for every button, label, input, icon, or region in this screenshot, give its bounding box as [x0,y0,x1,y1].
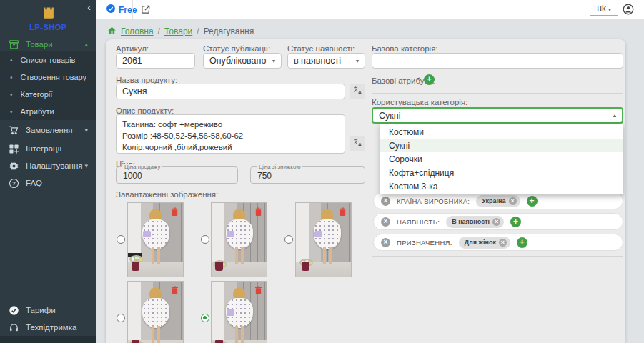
description-textarea[interactable]: Тканина: софт +мереживо Розмір :48-50,52… [116,114,345,154]
publication-status-label: Статус публікації: [203,44,270,53]
image-radio-3[interactable] [284,235,293,244]
base-category-label: Базова категорія: [372,44,438,53]
products-submenu: •Список товарів •Створення товару •Катег… [0,51,96,120]
availability-status-select[interactable]: в наявності ▾ [287,53,365,69]
chip-remove-icon[interactable] [499,239,507,247]
sku-label: Артикул: [116,44,149,53]
attribute-label: НАЯВНІСТЬ: [397,218,440,226]
category-option-sorochky[interactable]: Сорочки [380,152,623,166]
chevron-down-icon: ▾ [356,58,359,64]
sidebar-item-tariffs[interactable]: Тарифи [0,302,96,319]
category-option-sukni-selected[interactable]: Сукні [380,139,623,152]
sidebar-item-settings[interactable]: Налаштування ▾ [0,157,96,174]
chevron-down-icon: ▾ [84,162,88,169]
logo[interactable]: LP-SHOP [0,4,96,31]
sidebar: ‹ LP-SHOP Товари ▴ •Список товарів •Ство… [0,0,96,343]
sidebar-subitem-product-list[interactable]: •Список товарів [0,51,96,69]
plan-badge-label: Free [119,5,137,15]
account-icon[interactable] [623,4,634,15]
delete-image-icon[interactable] [254,207,262,216]
language-value: uk [597,4,606,14]
delete-image-icon[interactable] [171,207,179,216]
divider [372,256,623,257]
chip-label: В наявності [452,218,490,225]
image-radio-2[interactable] [201,235,209,244]
translate-icon: A [353,85,362,98]
attribute-label: КРАЇНА ВИРОБНИКА: [397,197,470,205]
cart-icon [9,125,19,136]
publication-status-value: Опубліковано [209,56,266,66]
remove-attribute-icon[interactable] [381,238,390,247]
photo-model-legs [152,326,160,343]
attribute-chip: В наявності [446,216,504,228]
publication-status-select[interactable]: Опубліковано ▾ [203,53,282,69]
sidebar-item-label: Техпідтримка [26,323,96,332]
subitem-label: Список товарів [21,56,76,64]
photo-handbag [143,231,151,237]
sidebar-item-label: Інтеграції [26,144,96,153]
chip-remove-icon[interactable] [492,218,500,226]
sidebar-item-orders[interactable]: Замовлення ▾ [0,121,96,139]
delete-image-icon[interactable] [254,285,262,294]
discount-price-field[interactable]: Ціна зі знижкою 750 [250,166,365,184]
sale-price-field[interactable]: Ціна продажу 1000 [116,166,238,184]
breadcrumb: Головна / Товари / Редагування [107,26,254,37]
base-category-input[interactable] [372,53,623,69]
attribute-chip: Україна [476,195,520,207]
breadcrumb-separator: / [197,26,199,36]
remove-attribute-icon[interactable] [381,217,390,227]
add-attribute-value-button[interactable] [527,196,538,207]
breadcrumb-home[interactable]: Головна [121,26,154,36]
remove-attribute-icon[interactable] [381,197,390,206]
photo-handbag [314,231,322,237]
sidebar-item-support[interactable]: Техпідтримка [0,319,96,336]
photo-handbag [227,309,234,316]
product-image-2 [211,202,267,277]
breadcrumb-products[interactable]: Товари [164,26,192,36]
chevron-down-icon: ▾ [84,126,88,134]
availability-status-label: Статус наявності: [287,44,355,53]
sku-input[interactable] [116,53,195,69]
category-option-kostyumy[interactable]: Костюми [380,125,623,139]
image-radio-4[interactable] [117,314,125,322]
sidebar-item-faq[interactable]: ? FAQ [0,174,96,192]
home-icon [107,26,117,37]
product-image-5 [211,281,267,343]
availability-status-value: в наявності [294,56,341,66]
chip-remove-icon[interactable] [509,197,517,205]
translate-description-button[interactable]: A [350,136,365,151]
attribute-chip: Для жінок [459,237,510,249]
open-external-icon[interactable] [140,4,151,15]
custom-category-select[interactable]: Сукні ▴ [372,107,623,124]
chevron-up-icon: ▴ [84,41,88,48]
custom-category-label: Користувацька категорія: [372,98,467,106]
photo-model-dress [142,298,169,328]
sidebar-subitem-categories[interactable]: •Категорії [0,86,96,103]
sidebar-item-products[interactable]: Товари ▴ [0,36,96,53]
gear-icon [9,161,19,172]
breadcrumb-separator: / [158,26,160,36]
translate-icon: A [353,137,362,150]
category-option-kofta-spidnytsya[interactable]: Кофта+спідниця [380,166,623,179]
delete-image-icon[interactable] [171,285,179,294]
attribute-row-availability: НАЯВНІСТЬ: В наявності [373,213,623,230]
image-radio-1[interactable] [117,235,125,244]
add-base-attribute-button[interactable] [424,74,435,85]
sidebar-item-integrations[interactable]: Інтеграції [0,140,96,157]
sidebar-subitem-attributes[interactable]: •Атрибути [0,103,96,120]
image-radio-5-selected[interactable] [201,314,209,322]
custom-category-dropdown: Костюми Сукні Сорочки Кофта+спідниця Кос… [380,124,623,194]
category-option-kostyum-3ka[interactable]: Костюм 3-ка [380,179,623,193]
delete-image-icon[interactable] [339,207,347,216]
product-name-input[interactable] [116,84,345,99]
add-attribute-value-button[interactable] [510,217,521,227]
headset-icon [9,322,19,333]
verified-seal-icon [106,4,116,16]
sidebar-subitem-create-product[interactable]: •Створення товару [0,69,96,86]
language-selector[interactable]: uk▾ [597,4,611,14]
bullet-icon: • [10,74,13,81]
photo-pot [302,262,309,271]
subitem-label: Атрибути [21,107,54,116]
add-attribute-value-button[interactable] [517,237,527,248]
translate-name-button[interactable]: A [350,84,365,99]
